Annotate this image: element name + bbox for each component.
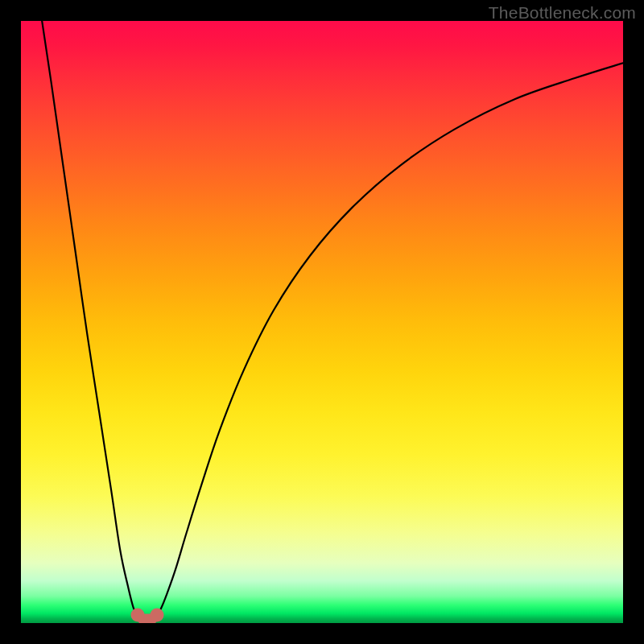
watermark-text: TheBottleneck.com	[489, 3, 636, 23]
marker-dot	[151, 609, 164, 622]
plot-area	[21, 21, 623, 623]
chart-stage: TheBottleneck.com	[0, 0, 644, 644]
marker-dot	[131, 609, 145, 622]
markers-layer	[21, 21, 623, 623]
